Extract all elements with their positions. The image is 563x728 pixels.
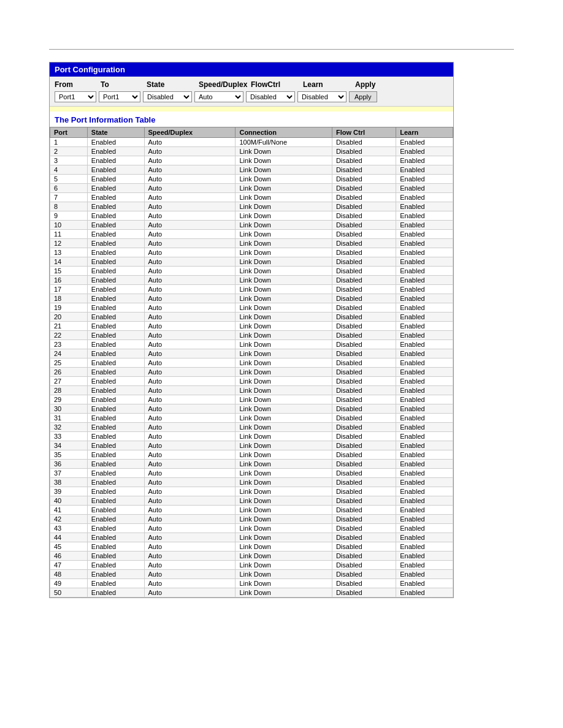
table-cell: 43 — [50, 524, 88, 533]
table-row: 41EnabledAutoLink DownDisabledEnabled — [50, 506, 453, 515]
table-cell: Auto — [144, 561, 236, 570]
table-cell: Link Down — [236, 533, 332, 542]
table-cell: Auto — [144, 331, 236, 340]
table-row: 39EnabledAutoLink DownDisabledEnabled — [50, 487, 453, 496]
to-select[interactable]: Port1Port2Port3 — [99, 91, 140, 102]
table-row: 11EnabledAutoLink DownDisabledEnabled — [50, 230, 453, 239]
table-cell: 100M/Full/None — [236, 138, 332, 147]
table-cell: 48 — [50, 570, 88, 579]
table-cell: Auto — [144, 267, 236, 276]
table-cell: Link Down — [236, 257, 332, 267]
table-cell: Auto — [144, 184, 236, 193]
table-cell: Enabled — [396, 313, 453, 322]
table-cell: Auto — [144, 588, 236, 597]
table-cell: Enabled — [396, 395, 453, 404]
table-cell: Enabled — [87, 156, 144, 165]
table-cell: Link Down — [236, 248, 332, 257]
speed-select[interactable]: Auto10M/Half100M/Half — [194, 91, 243, 102]
table-row: 35EnabledAutoLink DownDisabledEnabled — [50, 450, 453, 460]
table-cell: Enabled — [87, 322, 144, 331]
table-row: 3EnabledAutoLink DownDisabledEnabled — [50, 156, 453, 165]
table-cell: Enabled — [396, 579, 453, 588]
table-cell: Auto — [144, 138, 236, 147]
table-cell: Enabled — [87, 257, 144, 267]
table-cell: Enabled — [396, 450, 453, 460]
table-cell: Disabled — [332, 579, 396, 588]
table-cell: 33 — [50, 432, 88, 441]
table-cell: Enabled — [87, 276, 144, 285]
table-cell: Link Down — [236, 193, 332, 202]
table-cell: Enabled — [396, 404, 453, 414]
table-cell: Link Down — [236, 570, 332, 579]
table-cell: Enabled — [396, 184, 453, 193]
apply-button[interactable]: Apply — [349, 91, 377, 102]
from-select[interactable]: Port1Port2Port3 — [55, 91, 96, 102]
table-row: 46EnabledAutoLink DownDisabledEnabled — [50, 552, 453, 561]
table-cell: Enabled — [87, 478, 144, 487]
table-row: 18EnabledAutoLink DownDisabledEnabled — [50, 294, 453, 303]
table-cell: Enabled — [87, 294, 144, 303]
table-cell: Disabled — [332, 193, 396, 202]
table-row: 38EnabledAutoLink DownDisabledEnabled — [50, 478, 453, 487]
state-select[interactable]: DisabledEnabled — [143, 91, 192, 102]
table-row: 43EnabledAutoLink DownDisabledEnabled — [50, 524, 453, 533]
table-cell: Enabled — [87, 248, 144, 257]
table-cell: Auto — [144, 487, 236, 496]
table-cell: Auto — [144, 450, 236, 460]
table-cell: 14 — [50, 257, 88, 267]
table-cell: 13 — [50, 248, 88, 257]
table-cell: 22 — [50, 331, 88, 340]
table-cell: Disabled — [332, 524, 396, 533]
table-cell: Auto — [144, 377, 236, 386]
table-cell: Auto — [144, 248, 236, 257]
table-cell: Disabled — [332, 561, 396, 570]
table-cell: Disabled — [332, 441, 396, 450]
table-cell: Auto — [144, 386, 236, 395]
table-cell: Link Down — [236, 221, 332, 230]
table-row: 32EnabledAutoLink DownDisabledEnabled — [50, 423, 453, 432]
learn-select[interactable]: DisabledEnabled — [297, 91, 347, 102]
table-cell: Auto — [144, 358, 236, 368]
label-speed: Speed/Duplex — [199, 80, 251, 89]
table-cell: 29 — [50, 395, 88, 404]
table-cell: Enabled — [87, 395, 144, 404]
table-cell: 40 — [50, 496, 88, 506]
table-cell: Link Down — [236, 478, 332, 487]
table-row: 34EnabledAutoLink DownDisabledEnabled — [50, 441, 453, 450]
table-row: 5EnabledAutoLink DownDisabledEnabled — [50, 175, 453, 184]
table-row: 16EnabledAutoLink DownDisabledEnabled — [50, 276, 453, 285]
label-learn: Learn — [303, 80, 355, 89]
table-cell: Link Down — [236, 303, 332, 313]
table-cell: Auto — [144, 524, 236, 533]
table-cell: Auto — [144, 322, 236, 331]
yellow-spacer — [50, 107, 453, 112]
table-cell: 41 — [50, 506, 88, 515]
table-cell: Link Down — [236, 175, 332, 184]
port-config-header: Port Configuration — [50, 63, 453, 77]
table-cell: Disabled — [332, 211, 396, 221]
table-row: 40EnabledAutoLink DownDisabledEnabled — [50, 496, 453, 506]
table-cell: Auto — [144, 221, 236, 230]
table-cell: 7 — [50, 193, 88, 202]
table-cell: 21 — [50, 322, 88, 331]
table-cell: Enabled — [396, 294, 453, 303]
table-cell: Auto — [144, 552, 236, 561]
table-cell: Auto — [144, 496, 236, 506]
table-cell: Disabled — [332, 432, 396, 441]
table-cell: Enabled — [396, 221, 453, 230]
table-cell: Disabled — [332, 552, 396, 561]
table-cell: Enabled — [87, 469, 144, 478]
flowctrl-select[interactable]: DisabledEnabled — [246, 91, 295, 102]
table-cell: Link Down — [236, 156, 332, 165]
table-cell: Auto — [144, 340, 236, 349]
table-cell: Enabled — [396, 469, 453, 478]
table-cell: Enabled — [396, 322, 453, 331]
table-cell: Enabled — [396, 257, 453, 267]
table-row: 37EnabledAutoLink DownDisabledEnabled — [50, 469, 453, 478]
table-cell: Link Down — [236, 552, 332, 561]
table-cell: Auto — [144, 478, 236, 487]
table-cell: Enabled — [87, 267, 144, 276]
table-cell: Enabled — [396, 303, 453, 313]
table-row: 29EnabledAutoLink DownDisabledEnabled — [50, 395, 453, 404]
table-cell: Auto — [144, 368, 236, 377]
